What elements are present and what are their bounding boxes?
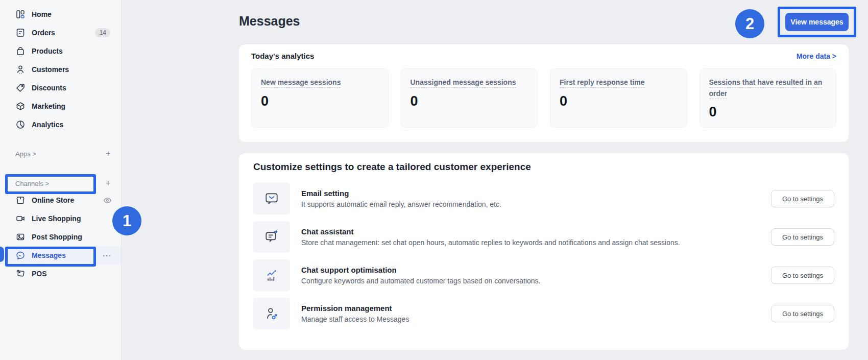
analytics-card-header: Today's analytics More data > <box>251 52 836 60</box>
sidebar-item-discounts[interactable]: Discounts <box>0 79 121 97</box>
settings-row-description: Manage staff access to Messages <box>301 315 760 323</box>
metric-card-sessions-order[interactable]: Sessions that have resulted in an order … <box>700 68 837 128</box>
more-options-icon[interactable]: ··· <box>103 251 112 260</box>
annotation-box-view-messages: View messages <box>778 7 856 37</box>
metric-value: 0 <box>411 93 528 109</box>
sidebar-item-label: Discounts <box>32 84 111 92</box>
customers-icon <box>15 64 26 75</box>
sidebar-item-label: Customers <box>32 65 111 74</box>
sidebar-item-label: Online Store <box>32 196 97 204</box>
settings-row-description: It supports automatic email reply, answe… <box>301 200 760 208</box>
settings-row-title: Chat support optimisation <box>301 266 760 274</box>
go-to-settings-button-chat-assistant[interactable]: Go to settings <box>771 228 834 246</box>
sidebar-item-analytics[interactable]: Analytics <box>0 115 121 134</box>
email-setting-icon <box>253 183 290 214</box>
sidebar: Home Orders 14 Products <box>0 0 122 360</box>
settings-row-description: Configure keywords and automated custome… <box>301 277 760 285</box>
sidebar-item-live-shopping[interactable]: Live Shopping <box>0 209 121 228</box>
add-channel-icon[interactable]: + <box>106 178 111 188</box>
settings-row-title: Email setting <box>301 189 760 198</box>
chat-support-optimisation-icon <box>253 259 290 291</box>
permission-management-icon <box>253 298 290 329</box>
metric-label: Sessions that have resulted in an order <box>709 78 823 99</box>
settings-row-permission: Permission management Manage staff acces… <box>253 298 834 329</box>
annotation-edge-marker <box>0 247 4 262</box>
page-title: Messages <box>239 14 300 29</box>
orders-count-badge: 14 <box>95 28 111 37</box>
post-shopping-icon <box>15 232 26 242</box>
sidebar-nav-list: Home Orders 14 Products <box>0 0 121 134</box>
metrics-row: New message sessions 0 Unassigned messag… <box>251 68 836 128</box>
more-data-link[interactable]: More data > <box>797 52 836 60</box>
sidebar-item-label: Home <box>32 10 111 18</box>
settings-title: Customize settings to create a tailored … <box>253 161 834 173</box>
metric-value: 0 <box>261 93 379 109</box>
sidebar-item-messages[interactable]: Messages ··· <box>0 246 121 265</box>
sidebar-section-channels[interactable]: Channels > + <box>0 176 121 191</box>
apps-section-label: Apps > <box>15 150 36 158</box>
metric-label: New message sessions <box>261 78 341 88</box>
sidebar-item-label: Messages <box>32 251 97 259</box>
settings-card: Customize settings to create a tailored … <box>239 153 849 350</box>
settings-row-chat-assistant: Chat assistant Store chat management: se… <box>253 221 834 253</box>
sidebar-item-products[interactable]: Products <box>0 42 121 60</box>
step-1-badge: 1 <box>112 206 141 235</box>
sidebar-item-label: POS <box>32 270 112 278</box>
settings-row-text: Chat support optimisation Configure keyw… <box>301 266 760 285</box>
add-app-icon[interactable]: + <box>106 149 111 159</box>
live-shopping-icon <box>15 213 26 224</box>
sidebar-section-apps[interactable]: Apps > + <box>0 146 121 161</box>
settings-row-title: Chat assistant <box>301 227 760 236</box>
sidebar-item-online-store[interactable]: Online Store <box>0 191 121 209</box>
analytics-title: Today's analytics <box>251 52 314 60</box>
marketing-icon <box>15 101 26 111</box>
settings-row-email: Email setting It supports automatic emai… <box>253 183 834 214</box>
settings-row-text: Email setting It supports automatic emai… <box>301 189 760 208</box>
sidebar-item-label: Orders <box>32 29 89 37</box>
sidebar-item-label: Live Shopping <box>32 214 112 223</box>
metric-card-unassigned-sessions[interactable]: Unassigned message sessions 0 <box>401 68 538 128</box>
sidebar-item-customers[interactable]: Customers <box>0 60 121 79</box>
sidebar-item-label: Products <box>32 47 111 55</box>
sidebar-item-home[interactable]: Home <box>0 5 121 23</box>
eye-icon[interactable] <box>103 196 112 205</box>
settings-rows: Email setting It supports automatic emai… <box>253 183 834 329</box>
sidebar-item-label: Post Shopping <box>32 233 112 241</box>
metric-label: First reply response time <box>560 78 645 88</box>
go-to-settings-button-optimisation[interactable]: Go to settings <box>771 267 834 284</box>
discounts-icon <box>15 83 26 93</box>
sidebar-item-post-shopping[interactable]: Post Shopping <box>0 228 121 246</box>
metric-value: 0 <box>709 104 827 120</box>
go-to-settings-button-email[interactable]: Go to settings <box>771 190 834 207</box>
step-2-badge: 2 <box>735 9 764 38</box>
online-store-icon <box>15 195 26 205</box>
view-messages-button[interactable]: View messages <box>785 13 849 31</box>
chat-assistant-icon <box>253 221 290 253</box>
products-icon <box>15 46 26 56</box>
settings-row-chat-optimisation: Chat support optimisation Configure keyw… <box>253 259 834 291</box>
orders-icon <box>15 28 26 38</box>
home-icon <box>15 9 26 19</box>
settings-row-text: Chat assistant Store chat management: se… <box>301 227 760 247</box>
analytics-card: Today's analytics More data > New messag… <box>239 44 849 142</box>
analytics-icon <box>15 119 26 130</box>
sidebar-item-marketing[interactable]: Marketing <box>0 97 121 115</box>
channel-list: Online Store Live Shopping <box>0 191 121 283</box>
settings-row-text: Permission management Manage staff acces… <box>301 304 760 323</box>
metric-card-new-sessions[interactable]: New message sessions 0 <box>251 68 389 128</box>
sidebar-item-label: Analytics <box>32 121 111 129</box>
sidebar-item-label: Marketing <box>32 102 111 110</box>
sidebar-item-pos[interactable]: POS <box>0 265 121 283</box>
settings-row-description: Store chat management: set chat open hou… <box>301 238 760 247</box>
go-to-settings-button-permission[interactable]: Go to settings <box>771 305 834 322</box>
channels-section-label: Channels > <box>15 180 49 187</box>
metric-card-first-reply-time[interactable]: First reply response time 0 <box>550 68 687 128</box>
sidebar-item-orders[interactable]: Orders 14 <box>0 23 121 42</box>
pos-icon <box>15 269 26 279</box>
metric-label: Unassigned message sessions <box>411 78 516 88</box>
metric-value: 0 <box>560 93 678 109</box>
messages-icon <box>15 250 26 260</box>
settings-row-title: Permission management <box>301 304 760 313</box>
